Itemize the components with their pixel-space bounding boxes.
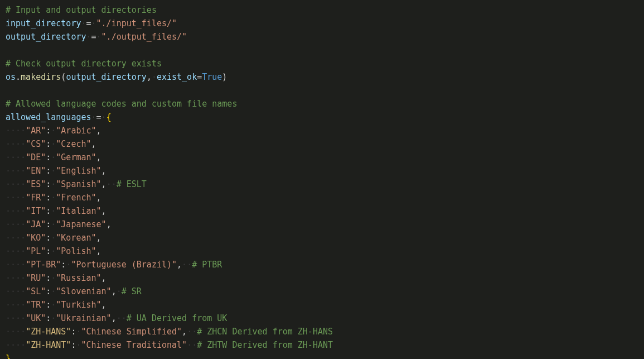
op-colon: : xyxy=(46,139,51,149)
lang-key-ja: "JA" xyxy=(26,219,46,229)
ws-dot: · xyxy=(91,18,96,28)
comment-zhcn: # ZHCN Derived from ZH-HANS xyxy=(197,327,333,337)
comment-ua: # UA Derived from UK xyxy=(127,313,227,323)
op-comma: , xyxy=(96,193,101,203)
op-comma: , xyxy=(112,313,117,323)
ws-indent: ···· xyxy=(6,327,26,337)
lang-val-cs: "Czech" xyxy=(56,139,91,149)
str-output-path: "./output_files/" xyxy=(101,32,187,42)
op-comma: , xyxy=(101,300,106,310)
lang-key-ru: "RU" xyxy=(26,273,46,283)
op-dot: . xyxy=(16,72,21,82)
op-eq: = xyxy=(96,112,101,122)
ws-dot: · xyxy=(192,327,197,337)
op-colon: : xyxy=(46,193,51,203)
const-true: True xyxy=(202,72,222,82)
ws-dot: · xyxy=(51,179,56,189)
ws-dot: · xyxy=(122,313,127,323)
fn-makedirs: makedirs xyxy=(21,72,61,82)
lang-key-en: "EN" xyxy=(26,166,46,176)
ws-dot: · xyxy=(51,193,56,203)
str-input-path: "./input_files/" xyxy=(96,18,177,28)
comment-langs: # Allowed language codes and custom file… xyxy=(6,99,237,109)
lang-key-es: "ES" xyxy=(26,179,46,189)
var-input-dir: input_directory xyxy=(6,18,81,28)
lang-key-zhhans: "ZH-HANS" xyxy=(26,327,71,337)
mod-os: os xyxy=(6,72,16,82)
ws-dot: · xyxy=(51,246,56,256)
lang-key-ko: "KO" xyxy=(26,233,46,243)
ws-dot: · xyxy=(51,313,56,323)
op-colon: : xyxy=(46,152,51,162)
ws-dot: · xyxy=(117,286,122,296)
op-comma: , xyxy=(101,273,106,283)
ws-dot: · xyxy=(96,32,101,42)
op-colon: : xyxy=(46,219,51,229)
ws-dot: · xyxy=(152,72,157,82)
lang-val-it: "Italian" xyxy=(56,206,101,216)
ws-indent: ···· xyxy=(6,193,26,203)
kwarg-exist-ok: exist_ok xyxy=(157,72,197,82)
op-comma: , xyxy=(147,72,152,82)
op-colon: : xyxy=(46,166,51,176)
arg-output-dir: output_directory xyxy=(66,72,147,82)
lang-key-ptbr: "PT-BR" xyxy=(26,260,61,270)
comment-check: # Check output directory exists xyxy=(6,59,162,69)
lang-val-zhhans: "Chinese Simplified" xyxy=(81,327,182,337)
ws-indent: ···· xyxy=(6,166,26,176)
ws-indent: ···· xyxy=(6,152,26,162)
var-allowed-langs: allowed_languages xyxy=(6,112,91,122)
op-comma: , xyxy=(96,246,101,256)
op-colon: : xyxy=(46,300,51,310)
op-comma: , xyxy=(112,286,117,296)
lang-val-tr: "Turkish" xyxy=(56,300,101,310)
ws-dot: · xyxy=(182,260,187,270)
ws-dot: · xyxy=(51,152,56,162)
ws-dot: · xyxy=(51,126,56,136)
op-comma: , xyxy=(101,206,106,216)
op-comma: , xyxy=(96,152,101,162)
code-editor[interactable]: # Input and output directories input_dir… xyxy=(0,0,644,359)
lang-val-ptbr: "Portuguese (Brazil)" xyxy=(71,260,177,270)
op-colon: : xyxy=(46,126,51,136)
ws-dot: · xyxy=(187,340,192,350)
lang-val-ja: "Japanese" xyxy=(56,219,106,229)
paren-close: ) xyxy=(222,72,227,82)
ws-indent: ···· xyxy=(6,219,26,229)
op-colon: : xyxy=(46,179,51,189)
lang-key-cs: "CS" xyxy=(26,139,46,149)
lang-key-uk: "UK" xyxy=(26,313,46,323)
ws-dot: · xyxy=(86,32,91,42)
op-colon: : xyxy=(46,273,51,283)
ws-indent: ···· xyxy=(6,313,26,323)
lang-val-en: "English" xyxy=(56,166,101,176)
ws-indent: ···· xyxy=(6,233,26,243)
op-colon: : xyxy=(46,286,51,296)
ws-dot: · xyxy=(192,340,197,350)
lang-val-ru: "Russian" xyxy=(56,273,101,283)
lang-val-uk: "Ukrainian" xyxy=(56,313,111,323)
ws-dot: · xyxy=(187,327,192,337)
ws-dot: · xyxy=(91,112,96,122)
lang-key-it: "IT" xyxy=(26,206,46,216)
ws-dot: · xyxy=(51,219,56,229)
lang-key-pl: "PL" xyxy=(26,246,46,256)
ws-dot: · xyxy=(51,233,56,243)
op-colon: : xyxy=(46,233,51,243)
lang-val-fr: "French" xyxy=(56,193,96,203)
op-comma: , xyxy=(96,126,101,136)
var-output-dir: output_directory xyxy=(6,32,86,42)
ws-indent: ···· xyxy=(6,300,26,310)
lang-val-pl: "Polish" xyxy=(56,246,96,256)
ws-indent: ···· xyxy=(6,126,26,136)
ws-indent: ···· xyxy=(6,286,26,296)
ws-indent: ···· xyxy=(6,340,26,350)
lang-key-sl: "SL" xyxy=(26,286,46,296)
lang-key-tr: "TR" xyxy=(26,300,46,310)
ws-dot: · xyxy=(51,206,56,216)
ws-dot: · xyxy=(51,139,56,149)
ws-indent: ···· xyxy=(6,139,26,149)
ws-dot: · xyxy=(187,260,192,270)
op-comma: , xyxy=(177,260,182,270)
brace-close: } xyxy=(6,353,11,359)
